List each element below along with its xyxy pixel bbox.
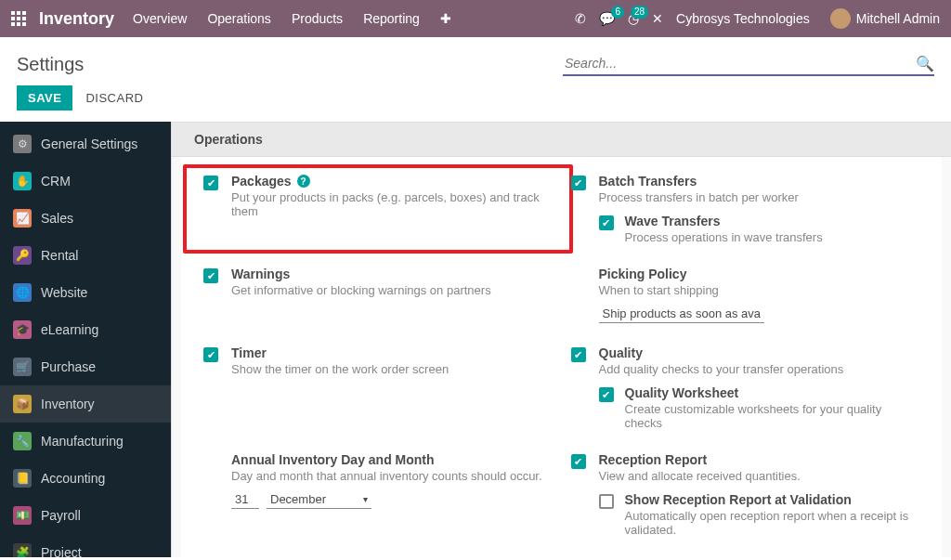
checkbox-reception[interactable]: ✔: [571, 454, 586, 469]
tools-icon[interactable]: ✕: [652, 11, 663, 26]
sidebar-item-elearning[interactable]: 🎓eLearning: [0, 311, 171, 348]
setting-packages-desc: Put your products in packs (e.g. parcels…: [231, 190, 553, 218]
sidebar-item-label: CRM: [41, 174, 71, 189]
discard-button[interactable]: DISCARD: [85, 91, 143, 105]
setting-timer-desc: Show the timer on the work order screen: [231, 362, 553, 376]
pay-icon: 💵: [13, 506, 32, 525]
setting-reception-title: Reception Report: [599, 452, 708, 467]
checkbox-show-reception[interactable]: [599, 494, 614, 509]
key-icon: 🔑: [13, 246, 32, 265]
subhead: Settings 🔍: [0, 37, 951, 85]
sidebar-item-label: Inventory: [41, 397, 95, 411]
setting-picking: Picking Policy When to start shipping Sh…: [571, 267, 920, 323]
setting-quality-title: Quality: [599, 345, 643, 360]
messages-icon[interactable]: 💬6: [599, 11, 615, 26]
checkbox-quality[interactable]: ✔: [571, 347, 586, 362]
setting-annual: Annual Inventory Day and Month Day and m…: [203, 452, 553, 537]
setting-packages-title: Packages: [231, 174, 292, 189]
picking-policy-select[interactable]: Ship products as soon as ava: [599, 305, 765, 323]
checkbox-packages[interactable]: ✔: [203, 176, 218, 190]
checkbox-timer[interactable]: ✔: [203, 347, 218, 362]
activities-icon[interactable]: ◷28: [628, 11, 639, 26]
sidebar-item-label: eLearning: [41, 322, 98, 337]
save-button[interactable]: SAVE: [17, 85, 72, 111]
nav-overview[interactable]: Overview: [133, 11, 187, 26]
activities-badge: 28: [631, 6, 648, 19]
setting-batch: ✔ Batch Transfers Process transfers in b…: [571, 174, 920, 244]
setting-annual-desc: Day and month that annual inventory coun…: [231, 469, 553, 483]
setting-picking-title: Picking Policy: [599, 267, 687, 281]
sidebar-item-purchase[interactable]: 🛒Purchase: [0, 348, 171, 385]
search-icon[interactable]: 🔍: [916, 55, 934, 72]
plus-icon[interactable]: ✚: [440, 11, 451, 26]
nav-operations[interactable]: Operations: [207, 11, 270, 26]
search-input[interactable]: [563, 52, 916, 74]
setting-qws-title: Quality Worksheet: [625, 385, 739, 400]
sidebar-item-label: General Settings: [41, 137, 137, 151]
sidebar-item-accounting[interactable]: 📒Accounting: [0, 460, 171, 497]
page-title: Settings: [17, 54, 84, 75]
sidebar-item-label: Manufacturing: [41, 434, 124, 449]
sidebar-item-manufacturing[interactable]: 🔧Manufacturing: [0, 423, 171, 460]
hand-icon: ✋: [13, 172, 32, 190]
help-icon[interactable]: ?: [297, 175, 310, 188]
checkbox-batch[interactable]: ✔: [571, 176, 586, 190]
setting-wave-title: Wave Transfers: [625, 214, 721, 228]
section-header-operations: Operations: [172, 122, 951, 157]
checkbox-quality-ws[interactable]: ✔: [599, 387, 614, 402]
setting-reception: ✔ Reception Report View and allocate rec…: [571, 452, 920, 537]
setting-batch-desc: Process transfers in batch per worker: [599, 190, 920, 204]
sidebar-item-crm[interactable]: ✋CRM: [0, 163, 171, 200]
sidebar-item-label: Accounting: [41, 471, 105, 486]
avatar[interactable]: [830, 8, 851, 29]
sidebar-item-label: Purchase: [41, 359, 96, 374]
sidebar-item-project[interactable]: 🧩Project: [0, 534, 171, 557]
setting-packages: ✔ Packages? Put your products in packs (…: [183, 164, 573, 254]
setting-show-reception-title: Show Reception Report at Validation: [625, 492, 852, 507]
wrench-icon: 🔧: [13, 432, 32, 450]
sidebar-item-label: Sales: [41, 211, 73, 226]
nav-reporting[interactable]: Reporting: [363, 11, 420, 26]
checkbox-wave[interactable]: ✔: [599, 215, 614, 230]
app-brand[interactable]: Inventory: [39, 9, 114, 29]
setting-warnings: ✔ Warnings Get informative or blocking w…: [203, 267, 553, 323]
phone-icon[interactable]: ✆: [575, 11, 586, 26]
grad-icon: 🎓: [13, 320, 32, 339]
sidebar-item-payroll[interactable]: 💵Payroll: [0, 497, 171, 534]
setting-quality-desc: Add quality checks to your transfer oper…: [599, 362, 920, 376]
setting-quality: ✔ Quality Add quality checks to your tra…: [571, 345, 920, 430]
sidebar-item-website[interactable]: 🌐Website: [0, 274, 171, 311]
messages-badge: 6: [611, 6, 624, 19]
proj-icon: 🧩: [13, 543, 32, 557]
annual-day-input[interactable]: [231, 490, 259, 509]
sidebar-item-label: Payroll: [41, 508, 81, 523]
sidebar-item-rental[interactable]: 🔑Rental: [0, 237, 171, 274]
chart-icon: 📈: [13, 209, 32, 228]
book-icon: 📒: [13, 469, 32, 488]
sidebar-item-inventory[interactable]: 📦Inventory: [0, 385, 171, 423]
setting-reception-desc: View and allocate received quantities.: [599, 469, 920, 483]
annual-month-select[interactable]: December▾: [267, 490, 371, 509]
setting-warnings-title: Warnings: [231, 267, 290, 281]
sidebar-item-label: Website: [41, 285, 87, 300]
apps-icon[interactable]: [11, 11, 26, 26]
topbar: Inventory Overview Operations Products R…: [0, 0, 951, 37]
gear-icon: ⚙: [13, 135, 32, 153]
setting-timer: ✔ Timer Show the timer on the work order…: [203, 345, 553, 430]
sidebar-item-sales[interactable]: 📈Sales: [0, 200, 171, 237]
sidebar-item-label: Project: [41, 545, 82, 557]
setting-timer-title: Timer: [231, 345, 267, 360]
cart-icon: 🛒: [13, 358, 32, 376]
main-content: Operations ✔ Packages? Put your products…: [172, 122, 951, 557]
box-icon: 📦: [13, 395, 32, 413]
setting-picking-desc: When to start shipping: [599, 283, 920, 297]
user-name[interactable]: Mitchell Admin: [856, 11, 940, 26]
action-row: SAVE DISCARD: [0, 85, 951, 122]
nav-products[interactable]: Products: [292, 11, 343, 26]
checkbox-warnings[interactable]: ✔: [203, 268, 218, 283]
sidebar: ⚙General Settings✋CRM📈Sales🔑Rental🌐Websi…: [0, 122, 172, 557]
sidebar-item-general-settings[interactable]: ⚙General Settings: [0, 125, 171, 163]
company-name[interactable]: Cybrosys Technologies: [676, 11, 810, 26]
setting-wave-desc: Process operations in wave transfers: [625, 230, 823, 244]
setting-show-reception-desc: Automatically open reception report when…: [625, 509, 920, 537]
